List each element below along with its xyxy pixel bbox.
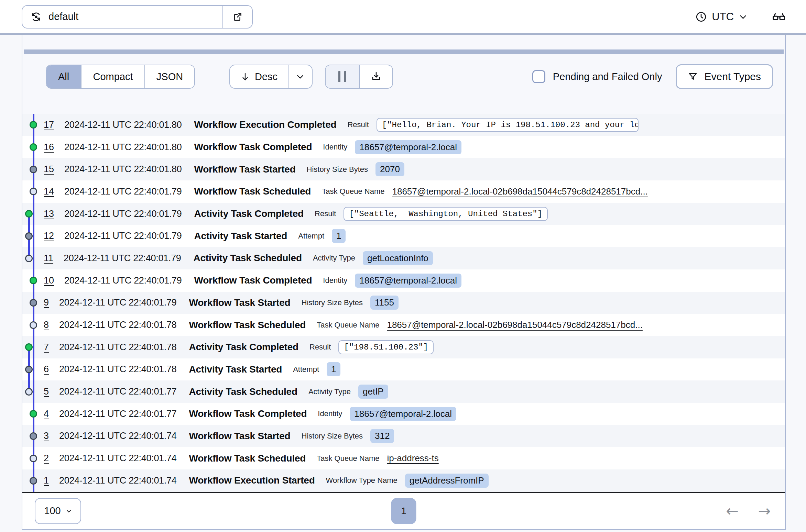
event-id-link[interactable]: 7	[44, 342, 49, 353]
event-id-link[interactable]: 2	[44, 453, 49, 464]
pending-failed-checkbox[interactable]	[532, 70, 545, 83]
top-header: default UTC	[0, 0, 806, 33]
history-toolbar: All Compact JSON Desc	[22, 54, 785, 114]
previous-page-arrow[interactable]: ←	[726, 503, 739, 519]
event-detail-label: Workflow Type Name	[326, 476, 397, 485]
sort-label: Desc	[255, 71, 277, 82]
pending-failed-filter[interactable]: Pending and Failed Only	[532, 70, 662, 83]
event-detail-value: 18657@temporal-2.local-02b698da15044c579…	[392, 186, 647, 197]
current-page-button[interactable]: 1	[391, 498, 416, 524]
namespace-selector-main[interactable]: default	[22, 6, 222, 28]
event-name: Activity Task Completed	[189, 342, 298, 353]
event-timestamp: 2024-12-11 UTC 22:40:01.80	[64, 142, 182, 153]
page-size-select[interactable]: 100	[35, 498, 81, 524]
event-detail-label: Activity Type	[313, 254, 355, 263]
event-row[interactable]: 11 2024-12-11 UTC 22:40:01.79 Activity T…	[22, 247, 785, 269]
event-id-link[interactable]: 11	[44, 253, 53, 264]
event-id-link[interactable]: 16	[44, 142, 54, 153]
namespace-selector[interactable]: default	[22, 5, 253, 29]
event-timestamp: 2024-12-11 UTC 22:40:01.78	[59, 364, 176, 375]
event-id-link[interactable]: 15	[44, 164, 54, 175]
event-id-link[interactable]: 1	[44, 475, 49, 486]
workflow-history-panel: All Compact JSON Desc	[22, 35, 786, 530]
event-id-link[interactable]: 12	[44, 231, 54, 241]
panel-top-strip	[22, 35, 785, 49]
event-row[interactable]: 5 2024-12-11 UTC 22:40:01.77 Activity Ta…	[22, 380, 785, 403]
arrow-down-icon	[240, 72, 250, 81]
event-timestamp: 2024-12-11 UTC 22:40:01.79	[59, 297, 176, 308]
next-page-arrow[interactable]: →	[758, 503, 771, 519]
external-link-icon	[232, 11, 243, 22]
event-row[interactable]: 1 2024-12-11 UTC 22:40:01.74 Workflow Ex…	[22, 469, 785, 492]
timezone-value: UTC	[712, 11, 734, 23]
chevron-down-icon	[296, 72, 305, 81]
event-timestamp: 2024-12-11 UTC 22:40:01.80	[64, 164, 182, 175]
tab-compact[interactable]: Compact	[81, 65, 144, 88]
namespace-value: default	[48, 11, 78, 22]
sort-desc-button[interactable]: Desc	[230, 65, 288, 88]
event-timestamp: 2024-12-11 UTC 22:40:01.74	[59, 453, 176, 464]
event-row[interactable]: 14 2024-12-11 UTC 22:40:01.79 Workflow T…	[22, 180, 785, 203]
event-row[interactable]: 15 2024-12-11 UTC 22:40:01.80 Workflow T…	[22, 158, 785, 180]
event-id-link[interactable]: 14	[44, 186, 54, 197]
event-detail-label: Result	[347, 120, 369, 129]
timezone-selector[interactable]: UTC	[694, 8, 749, 26]
event-id-link[interactable]: 5	[44, 386, 49, 397]
tab-all[interactable]: All	[46, 65, 81, 88]
event-name: Activity Task Scheduled	[193, 253, 302, 264]
download-history-button[interactable]	[359, 65, 392, 88]
event-name: Activity Task Completed	[194, 208, 304, 219]
event-row[interactable]: 7 2024-12-11 UTC 22:40:01.78 Activity Ta…	[22, 336, 785, 358]
event-name: Workflow Task Completed	[189, 408, 307, 419]
event-detail-value: getLocationInfo	[363, 251, 433, 265]
event-row[interactable]: 8 2024-12-11 UTC 22:40:01.78 Workflow Ta…	[22, 314, 785, 336]
event-detail-label: Task Queue Name	[322, 187, 384, 196]
event-id-link[interactable]: 8	[44, 320, 49, 330]
event-row[interactable]: 16 2024-12-11 UTC 22:40:01.80 Workflow T…	[22, 136, 785, 158]
event-row[interactable]: 10 2024-12-11 UTC 22:40:01.79 Workflow T…	[22, 269, 785, 292]
event-detail-value: 2070	[375, 162, 404, 176]
event-row[interactable]: 9 2024-12-11 UTC 22:40:01.79 Workflow Ta…	[22, 292, 785, 314]
view-mode-tabs: All Compact JSON	[46, 65, 195, 89]
event-row[interactable]: 17 2024-12-11 UTC 22:40:01.80 Workflow E…	[22, 114, 785, 136]
event-detail-label: Identity	[318, 409, 342, 418]
event-row[interactable]: 3 2024-12-11 UTC 22:40:01.74 Workflow Ta…	[22, 425, 785, 447]
event-row[interactable]: 4 2024-12-11 UTC 22:40:01.77 Workflow Ta…	[22, 403, 785, 425]
event-id-link[interactable]: 10	[44, 275, 54, 286]
event-types-button[interactable]: Event Types	[676, 64, 773, 89]
namespace-open-button[interactable]	[222, 6, 252, 28]
tab-json[interactable]: JSON	[144, 65, 194, 88]
event-detail-value: 18657@temporal-2.local	[355, 140, 461, 154]
event-detail-label: History Size Bytes	[307, 165, 368, 174]
event-detail-value: getIP	[358, 385, 388, 399]
clock-icon	[695, 11, 707, 23]
event-id-link[interactable]: 17	[44, 120, 54, 130]
event-timestamp: 2024-12-11 UTC 22:40:01.79	[64, 275, 182, 286]
event-id-link[interactable]: 4	[44, 409, 49, 419]
event-detail-label: Activity Type	[308, 387, 351, 396]
event-detail-value: 18657@temporal-2.local	[350, 407, 456, 421]
filter-funnel-icon	[688, 71, 698, 82]
event-detail-value: getAddressFromIP	[405, 474, 489, 488]
event-detail-value: 1155	[370, 296, 399, 310]
event-id-link[interactable]: 13	[44, 209, 54, 219]
event-detail-label: Task Queue Name	[317, 454, 379, 463]
event-row[interactable]: 13 2024-12-11 UTC 22:40:01.79 Activity T…	[22, 203, 785, 225]
event-row[interactable]: 6 2024-12-11 UTC 22:40:01.78 Activity Ta…	[22, 358, 785, 381]
event-detail-label: Task Queue Name	[317, 321, 379, 330]
event-id-link[interactable]: 9	[44, 297, 49, 308]
event-id-link[interactable]: 6	[44, 364, 49, 375]
event-timestamp: 2024-12-11 UTC 22:40:01.78	[59, 342, 176, 353]
pagination-bar: 100 1 ← →	[22, 493, 785, 529]
event-name: Workflow Task Completed	[194, 142, 312, 153]
event-detail-label: Attempt	[293, 365, 319, 374]
event-row[interactable]: 2 2024-12-11 UTC 22:40:01.74 Workflow Ta…	[22, 447, 785, 469]
event-timestamp: 2024-12-11 UTC 22:40:01.74	[59, 431, 176, 441]
event-timestamp: 2024-12-11 UTC 22:40:01.79	[64, 209, 182, 219]
event-row[interactable]: 12 2024-12-11 UTC 22:40:01.79 Activity T…	[22, 225, 785, 247]
event-id-link[interactable]: 3	[44, 431, 49, 441]
event-detail-value: 18657@temporal-2.local	[355, 274, 461, 288]
pause-updates-button[interactable]	[326, 65, 359, 88]
reader-mode-button[interactable]	[772, 10, 786, 24]
sort-options-button[interactable]	[288, 65, 312, 88]
